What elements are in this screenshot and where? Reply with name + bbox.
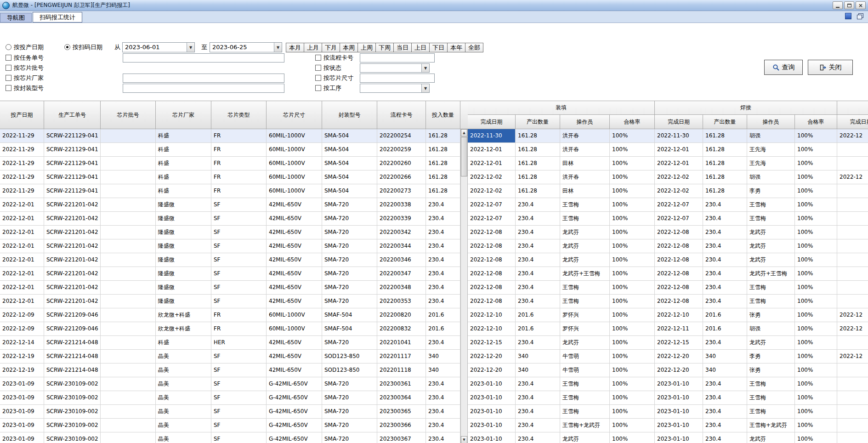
- cell[interactable]: 100%: [795, 336, 837, 350]
- cell[interactable]: [837, 184, 868, 198]
- cell[interactable]: 2023-01-10: [468, 419, 516, 432]
- cell[interactable]: 隆盛微: [156, 239, 211, 253]
- table-row[interactable]: 2022-12-19SCRW-221214-048晶美SF42MIL-650VS…: [0, 363, 868, 377]
- cell[interactable]: 100%: [795, 253, 837, 267]
- table-row[interactable]: 2022-12-01SCRW-221201-042隆盛微SF42MIL-650V…: [0, 253, 868, 267]
- cell[interactable]: 100%: [610, 322, 655, 336]
- table-row[interactable]: 2022-11-29SCRW-221129-041科盛FR60MIL-1000V…: [0, 143, 868, 157]
- checkbox-package-type[interactable]: [6, 85, 11, 91]
- table-row[interactable]: 2022-12-19SCRW-221214-048晶美SF42MIL-650VS…: [0, 350, 868, 363]
- cell[interactable]: 2022-12-01: [0, 212, 44, 226]
- cell[interactable]: 230.4: [426, 226, 460, 239]
- cell[interactable]: 230.4: [703, 391, 747, 405]
- cell[interactable]: 100%: [610, 170, 655, 184]
- mdi-child-icon[interactable]: [845, 13, 851, 19]
- cell[interactable]: 隆盛微: [156, 253, 211, 267]
- cell[interactable]: SMA-504: [322, 157, 377, 170]
- cell[interactable]: 2022-12-01: [655, 157, 703, 170]
- table-row[interactable]: 2022-12-01SCRW-221201-042隆盛微SF42MIL-650V…: [0, 239, 868, 253]
- scroll-down-icon[interactable]: ▼: [461, 436, 467, 443]
- table-row[interactable]: 2022-12-09SCRW-221209-046欣龙微+科盛FR60MIL-1…: [0, 322, 868, 336]
- cell[interactable]: SCRW-221129-041: [44, 143, 101, 157]
- cell[interactable]: 100%: [610, 143, 655, 157]
- cell[interactable]: 161.28: [703, 157, 747, 170]
- cell[interactable]: 晶美: [156, 432, 211, 443]
- cell[interactable]: 161.28: [516, 184, 560, 198]
- cell[interactable]: 2022-12-08: [655, 226, 703, 239]
- cell[interactable]: SCRW-221129-041: [44, 170, 101, 184]
- cell[interactable]: SMA-504: [322, 184, 377, 198]
- cell[interactable]: 202200348: [377, 281, 426, 295]
- checkbox-chip-size[interactable]: [315, 75, 321, 81]
- cell[interactable]: 龙武芬+王雪梅: [747, 267, 795, 281]
- cell[interactable]: 60MIL-1000V: [267, 308, 322, 322]
- cell[interactable]: [837, 143, 868, 157]
- cell[interactable]: 230.4: [703, 377, 747, 391]
- cell[interactable]: [837, 432, 868, 443]
- cell[interactable]: 42MIL-650V: [267, 226, 322, 239]
- cell[interactable]: SMA-720: [322, 377, 377, 391]
- cell[interactable]: [101, 377, 156, 391]
- cell[interactable]: [101, 322, 156, 336]
- cell[interactable]: 科盛: [156, 129, 211, 143]
- close-form-button[interactable]: 关闭: [808, 60, 853, 75]
- cell[interactable]: [101, 405, 156, 419]
- cell[interactable]: 2022-12-19: [0, 363, 44, 377]
- cell[interactable]: 100%: [795, 405, 837, 419]
- cell[interactable]: 42MIL-650V: [267, 239, 322, 253]
- cell[interactable]: 2022-12-08: [468, 295, 516, 308]
- cell[interactable]: 2023-01-10: [655, 391, 703, 405]
- cell[interactable]: [101, 308, 156, 322]
- cell[interactable]: 161.28: [426, 170, 460, 184]
- table-row[interactable]: 2022-12-01SCRW-221201-042隆盛微SF42MIL-650V…: [0, 281, 868, 295]
- cell[interactable]: 100%: [610, 350, 655, 363]
- checkbox-process[interactable]: [315, 85, 321, 91]
- cell[interactable]: 2022-11-29: [0, 170, 44, 184]
- cell[interactable]: 隆盛微: [156, 267, 211, 281]
- cell[interactable]: 60MIL-1000V: [267, 322, 322, 336]
- cell[interactable]: 牛雪萌: [560, 363, 610, 377]
- cell[interactable]: [101, 253, 156, 267]
- cell[interactable]: 230.4: [516, 432, 560, 443]
- cell[interactable]: [101, 226, 156, 239]
- cell[interactable]: 2022-12-01: [0, 226, 44, 239]
- cell[interactable]: 2022-12-20: [468, 350, 516, 363]
- cell[interactable]: 龙武芬: [560, 336, 610, 350]
- cell[interactable]: 龙武芬: [747, 432, 795, 443]
- cell[interactable]: [837, 198, 868, 212]
- cell[interactable]: 洪开春: [560, 143, 610, 157]
- cell[interactable]: 2023-01-09: [0, 405, 44, 419]
- table-row[interactable]: 2023-01-09SCRW-230109-002晶美SFG-42MIL-650…: [0, 391, 868, 405]
- column-header-0[interactable]: 投产日期: [0, 101, 44, 129]
- cell[interactable]: 龙武芬+王雪梅: [560, 267, 610, 281]
- cell[interactable]: SF: [211, 295, 267, 308]
- chip-maker-input[interactable]: [123, 74, 284, 83]
- cell[interactable]: 100%: [795, 432, 837, 443]
- cell[interactable]: 欣龙微+科盛: [156, 322, 211, 336]
- cell[interactable]: SCRW-230109-002: [44, 405, 101, 419]
- cell[interactable]: 100%: [610, 129, 655, 143]
- cell[interactable]: 161.28: [703, 170, 747, 184]
- cell[interactable]: 王先海: [747, 143, 795, 157]
- cell[interactable]: [837, 281, 868, 295]
- cell[interactable]: 晶美: [156, 419, 211, 432]
- minimize-button[interactable]: [833, 1, 843, 9]
- cell[interactable]: 202201041: [377, 336, 426, 350]
- sub-column-header[interactable]: 操作员: [747, 115, 795, 129]
- cell[interactable]: 230.4: [703, 281, 747, 295]
- cell[interactable]: G-42MIL-650V: [267, 405, 322, 419]
- table-row[interactable]: 2022-11-29SCRW-221129-041科盛FR60MIL-1000V…: [0, 129, 868, 143]
- table-row[interactable]: 2022-12-01SCRW-221201-042隆盛微SF42MIL-650V…: [0, 226, 868, 239]
- cell[interactable]: 161.28: [426, 184, 460, 198]
- tab-navigation-map[interactable]: 导航图: [0, 13, 32, 23]
- sub-column-header[interactable]: 产出数量: [516, 115, 560, 129]
- cell[interactable]: FR: [211, 129, 267, 143]
- cell[interactable]: [101, 391, 156, 405]
- sub-column-header[interactable]: 合格率: [795, 115, 837, 129]
- cell[interactable]: [837, 212, 868, 226]
- cell[interactable]: [837, 267, 868, 281]
- cell[interactable]: 2022-12-01: [468, 157, 516, 170]
- cell[interactable]: SMA-504: [322, 143, 377, 157]
- cell[interactable]: SCRW-221201-042: [44, 267, 101, 281]
- column-header-8[interactable]: 投入数量: [426, 101, 460, 129]
